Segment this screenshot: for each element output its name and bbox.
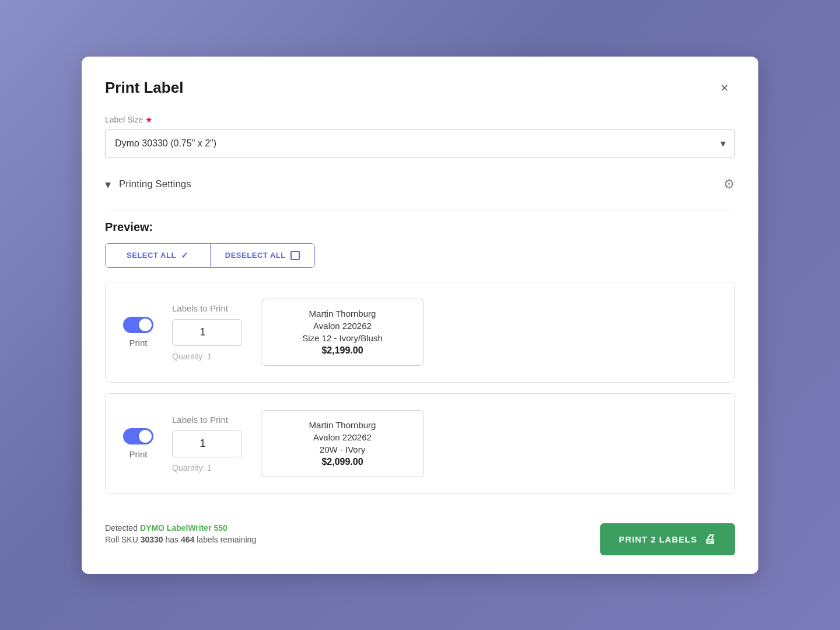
print-button-label: PRINT 2 LABELS bbox=[619, 534, 697, 544]
toggle-area-2: Print bbox=[123, 428, 153, 459]
label-preview-size-2: 20W - IVory bbox=[275, 444, 410, 454]
deselect-all-label: DESELECT ALL bbox=[225, 251, 286, 260]
gear-icon[interactable]: ⚙ bbox=[723, 177, 735, 192]
labels-to-print-area-1: Labels to Print Quantity: 1 bbox=[172, 303, 242, 361]
roll-sku: 30330 bbox=[141, 535, 163, 544]
labels-to-print-title-1: Labels to Print bbox=[172, 303, 242, 313]
modal-header: Print Label × bbox=[105, 78, 735, 99]
label-preview-card-2: Martin Thornburg Avalon 220262 20W - IVo… bbox=[261, 410, 424, 477]
detected-text: Detected DYMO LabelWriter 550 bbox=[105, 523, 256, 533]
select-deselect-row: SELECT ALL ✓ DESELECT ALL bbox=[105, 243, 315, 268]
label-preview-card-1: Martin Thornburg Avalon 220262 Size 12 -… bbox=[261, 299, 424, 366]
modal-footer: Detected DYMO LabelWriter 550 Roll SKU 3… bbox=[105, 519, 735, 555]
label-size-select-wrapper: Dymo 30330 (0.75" x 2") ▾ bbox=[105, 129, 735, 158]
modal-title: Print Label bbox=[105, 79, 183, 97]
label-size-section: Label Size ★ Dymo 30330 (0.75" x 2") ▾ bbox=[105, 115, 735, 158]
collapse-icon[interactable]: ▾ bbox=[105, 177, 111, 191]
printing-settings-row: ▾ Printing Settings ⚙ bbox=[105, 170, 735, 199]
label-size-select[interactable]: Dymo 30330 (0.75" x 2") bbox=[105, 129, 735, 158]
toggle-label-2: Print bbox=[130, 449, 148, 459]
printing-settings-label: Printing Settings bbox=[119, 178, 191, 190]
toggle-area: Print bbox=[123, 317, 153, 348]
quantity-text-1: Quantity: 1 bbox=[172, 352, 242, 361]
printing-settings-left: ▾ Printing Settings bbox=[105, 177, 191, 191]
required-star: ★ bbox=[145, 115, 153, 124]
printer-icon: 🖨 bbox=[704, 533, 716, 546]
toggle-label-1: Print bbox=[130, 338, 148, 348]
label-preview-product-1: Avalon 220262 bbox=[275, 321, 410, 331]
select-all-label: SELECT ALL bbox=[127, 251, 176, 260]
select-all-button[interactable]: SELECT ALL ✓ bbox=[106, 244, 211, 267]
label-preview-price-2: $2,099.00 bbox=[275, 457, 410, 467]
label-preview-product-2: Avalon 220262 bbox=[275, 432, 410, 442]
quantity-text-2: Quantity: 1 bbox=[172, 463, 242, 473]
print-toggle-2[interactable] bbox=[123, 428, 153, 444]
label-preview-size-1: Size 12 - Ivory/Blush bbox=[275, 333, 410, 343]
square-icon bbox=[290, 251, 300, 260]
quantity-input-1[interactable] bbox=[172, 319, 242, 346]
print-button[interactable]: PRINT 2 LABELS 🖨 bbox=[600, 523, 735, 555]
print-toggle-1[interactable] bbox=[123, 317, 153, 333]
check-icon: ✓ bbox=[181, 250, 189, 261]
divider bbox=[105, 211, 735, 211]
deselect-all-button[interactable]: DESELECT ALL bbox=[211, 244, 315, 267]
item-card: Print Labels to Print Quantity: 1 Martin… bbox=[105, 282, 735, 383]
detected-device: DYMO LabelWriter 550 bbox=[140, 523, 228, 533]
labels-to-print-title-2: Labels to Print bbox=[172, 415, 242, 425]
close-button[interactable]: × bbox=[714, 78, 735, 99]
preview-section: Preview: SELECT ALL ✓ DESELECT ALL Print… bbox=[105, 220, 735, 505]
label-size-label: Label Size ★ bbox=[105, 115, 735, 124]
label-preview-price-1: $2,199.00 bbox=[275, 345, 410, 356]
item-card-2: Print Labels to Print Quantity: 1 Martin… bbox=[105, 393, 735, 494]
label-preview-name-1: Martin Thornburg bbox=[275, 309, 410, 318]
quantity-input-2[interactable] bbox=[172, 430, 242, 457]
labels-to-print-area-2: Labels to Print Quantity: 1 bbox=[172, 415, 242, 473]
footer-left: Detected DYMO LabelWriter 550 Roll SKU 3… bbox=[105, 523, 256, 544]
roll-text: Roll SKU 30330 has 464 labels remaining bbox=[105, 535, 256, 544]
preview-title: Preview: bbox=[105, 220, 735, 234]
print-label-modal: Print Label × Label Size ★ Dymo 30330 (0… bbox=[82, 57, 758, 574]
roll-count: 464 bbox=[181, 535, 194, 544]
label-preview-name-2: Martin Thornburg bbox=[275, 420, 410, 430]
